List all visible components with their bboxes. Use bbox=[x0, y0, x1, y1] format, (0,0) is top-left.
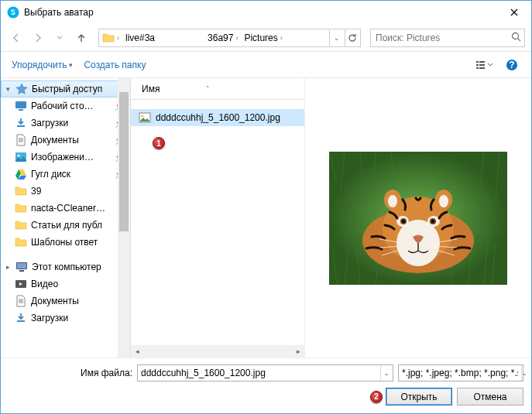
cancel-button[interactable]: Отмена bbox=[457, 388, 523, 405]
svg-rect-11 bbox=[19, 109, 23, 111]
svg-rect-7 bbox=[479, 67, 485, 69]
star-icon bbox=[15, 83, 28, 95]
filename-input[interactable] bbox=[138, 368, 380, 378]
annotation-badge-1: 1 bbox=[153, 137, 165, 149]
chevron-right-icon: › bbox=[117, 34, 119, 42]
navigation-sidebar: ▾ Быстрый доступ Рабочий сто…📌 Загрузки📌… bbox=[1, 78, 131, 358]
expand-icon[interactable]: ▾ bbox=[4, 85, 12, 93]
breadcrumb-seg-1[interactable]: 36a97 › bbox=[204, 29, 241, 46]
column-header-name[interactable]: Имя ˄ bbox=[142, 84, 210, 94]
sidebar-item-documents[interactable]: Документы📌 bbox=[1, 132, 130, 149]
sidebar-item-videos[interactable]: Видео bbox=[1, 275, 130, 293]
sidebar-item-folder[interactable]: Шаблоны ответ bbox=[1, 234, 130, 251]
svg-rect-2 bbox=[476, 61, 479, 63]
dialog-footer: Имя файла: ⌄ ⌄ 2 Открыть Отмена bbox=[1, 358, 531, 413]
svg-point-13 bbox=[18, 155, 20, 157]
breadcrumb-refresh-button[interactable] bbox=[345, 29, 360, 46]
folder-icon bbox=[102, 32, 115, 44]
toolbar: Упорядочить ▾ Создать папку ? bbox=[1, 52, 531, 78]
sidebar-item-pictures[interactable]: Изображени…📌 bbox=[1, 149, 130, 166]
video-icon bbox=[15, 278, 27, 290]
gdrive-icon bbox=[15, 168, 27, 180]
titlebar: Выбрать аватар bbox=[1, 1, 531, 24]
image-preview bbox=[329, 152, 507, 285]
sidebar-scrollbar[interactable] bbox=[118, 78, 130, 358]
file-dialog-window: Выбрать аватар › live#3a 36a97 › Picture… bbox=[0, 0, 532, 414]
chevron-right-icon: › bbox=[280, 34, 283, 42]
folder-icon bbox=[15, 236, 27, 248]
sidebar-item-documents[interactable]: Документы bbox=[1, 293, 130, 310]
help-button[interactable]: ? bbox=[500, 56, 523, 74]
sidebar-item-folder[interactable]: 39 bbox=[1, 183, 130, 200]
downloads-icon bbox=[15, 312, 27, 324]
breadcrumb-seg-2[interactable]: Pictures › bbox=[241, 29, 285, 46]
svg-rect-16 bbox=[19, 270, 24, 272]
search-box[interactable] bbox=[370, 29, 525, 47]
file-name: ddddccuhhj_5_1600_1200.jpg bbox=[156, 112, 280, 123]
nav-forward-button[interactable] bbox=[29, 29, 47, 47]
nav-recent-button[interactable] bbox=[50, 29, 69, 47]
horizontal-scrollbar[interactable]: ◂ ▸ bbox=[131, 345, 304, 358]
search-input[interactable] bbox=[374, 32, 511, 44]
sidebar-this-pc[interactable]: ▸ Этот компьютер bbox=[1, 258, 130, 275]
svg-rect-5 bbox=[479, 64, 485, 66]
sidebar-item-desktop[interactable]: Рабочий сто…📌 bbox=[1, 98, 130, 115]
chevron-down-icon[interactable]: ⌄ bbox=[380, 365, 393, 381]
file-row[interactable]: ddddccuhhj_5_1600_1200.jpg bbox=[131, 109, 304, 126]
navigation-bar: › live#3a 36a97 › Pictures › ⌄ bbox=[1, 24, 531, 52]
open-button[interactable]: Открыть bbox=[386, 388, 452, 405]
file-list: Имя ˄ ddddccuhhj_5_1600_1200.jpg 1 ◂ ▸ bbox=[131, 78, 305, 358]
svg-point-29 bbox=[431, 220, 434, 223]
svg-point-32 bbox=[388, 195, 397, 207]
breadcrumb-seg-0[interactable]: live#3a bbox=[122, 29, 158, 46]
chevron-right-icon: › bbox=[235, 34, 238, 42]
image-file-icon bbox=[139, 111, 151, 124]
breadcrumb-root[interactable]: › bbox=[99, 29, 122, 46]
annotation-badge-2: 2 bbox=[370, 391, 383, 403]
scroll-left-button[interactable]: ◂ bbox=[131, 347, 143, 355]
scrollbar-thumb[interactable] bbox=[119, 92, 129, 231]
svg-point-33 bbox=[439, 195, 448, 207]
svg-point-1 bbox=[513, 33, 519, 39]
pictures-icon bbox=[15, 151, 27, 163]
sidebar-item-downloads[interactable]: Загрузки bbox=[1, 310, 130, 327]
folder-icon bbox=[15, 185, 27, 197]
svg-rect-3 bbox=[479, 61, 485, 63]
scroll-right-button[interactable]: ▸ bbox=[292, 347, 304, 355]
skype-icon bbox=[7, 6, 19, 19]
svg-point-19 bbox=[142, 115, 144, 118]
breadcrumb-dropdown-button[interactable]: ⌄ bbox=[329, 29, 345, 46]
svg-rect-6 bbox=[476, 67, 479, 69]
view-mode-button[interactable] bbox=[472, 56, 496, 74]
window-title: Выбрать аватар bbox=[24, 7, 497, 18]
sidebar-item-downloads[interactable]: Загрузки📌 bbox=[1, 115, 130, 132]
filename-label: Имя файла: bbox=[9, 368, 132, 378]
nav-up-button[interactable] bbox=[72, 29, 91, 47]
downloads-icon bbox=[15, 117, 27, 129]
dialog-body: ▾ Быстрый доступ Рабочий сто…📌 Загрузки📌… bbox=[1, 78, 531, 358]
sidebar-item-folder[interactable]: Статьи для публ bbox=[1, 217, 130, 234]
sidebar-quick-access[interactable]: ▾ Быстрый доступ bbox=[1, 80, 130, 98]
search-icon bbox=[511, 32, 521, 44]
sidebar-item-folder[interactable]: nacta-CCleaner… bbox=[1, 200, 130, 217]
sidebar-item-gdrive[interactable]: Гугл диск📌 bbox=[1, 166, 130, 183]
svg-text:?: ? bbox=[509, 60, 514, 70]
svg-point-28 bbox=[402, 220, 405, 223]
filetype-filter-display bbox=[399, 368, 521, 378]
filename-combo[interactable]: ⌄ bbox=[137, 364, 393, 381]
chevron-down-icon: ▾ bbox=[69, 61, 73, 69]
column-header-row: Имя ˄ bbox=[131, 78, 304, 100]
breadcrumb[interactable]: › live#3a 36a97 › Pictures › ⌄ bbox=[98, 29, 361, 47]
filetype-filter-combo[interactable]: ⌄ bbox=[398, 364, 523, 381]
organize-button[interactable]: Упорядочить ▾ bbox=[9, 56, 76, 74]
chevron-down-icon[interactable]: ⌄ bbox=[521, 365, 527, 381]
folder-icon bbox=[15, 219, 27, 231]
close-button[interactable] bbox=[497, 1, 531, 24]
documents-icon bbox=[15, 295, 27, 307]
svg-rect-4 bbox=[476, 64, 479, 66]
nav-back-button[interactable] bbox=[7, 29, 26, 47]
svg-rect-15 bbox=[17, 263, 26, 269]
new-folder-button[interactable]: Создать папку bbox=[81, 56, 149, 74]
expand-icon[interactable]: ▸ bbox=[4, 263, 12, 271]
folder-icon bbox=[15, 202, 27, 214]
